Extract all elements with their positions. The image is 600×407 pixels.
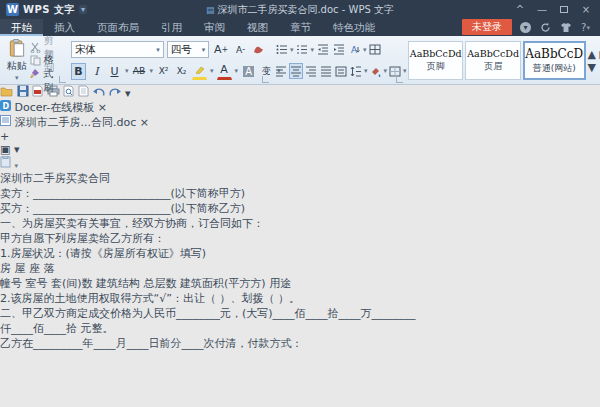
minimize-button[interactable]: — xyxy=(532,2,552,17)
format-painter-button[interactable]: 格式刷 xyxy=(29,67,63,80)
help-icon[interactable]: ?▾ xyxy=(579,21,592,34)
char-shading-button[interactable]: A xyxy=(241,63,256,80)
style-header[interactable]: AaBbCcDd 页眉 xyxy=(465,41,520,80)
numbered-list-icon[interactable] xyxy=(295,42,310,58)
chevron-down-icon[interactable]: ▾ xyxy=(364,67,368,75)
tab-current-document[interactable]: 深圳市二手房...合同.doc × xyxy=(0,115,600,130)
undo-icon[interactable] xyxy=(92,87,105,100)
doc-line: 房 屋 座 落 xyxy=(0,261,600,276)
style-normal-web[interactable]: AaBbCcD 普通(网站) xyxy=(523,41,586,80)
toolbar-options-icon[interactable]: ▾ xyxy=(125,87,131,100)
document-area: ▾ 深圳市二手房买卖合同 卖方：________________________… xyxy=(0,156,600,351)
decrease-indent-icon[interactable] xyxy=(315,42,330,58)
doc-line: 幢号 室号 套(间)数 建筑结构 总层数 建筑面积(平方方) 用途 xyxy=(0,276,600,291)
superscript-button[interactable]: X² xyxy=(156,63,171,80)
doc-line: 一、为房屋买卖有关事宜，经双方协商，订合同如下： xyxy=(0,216,600,231)
bold-button[interactable]: B xyxy=(71,63,86,80)
font-dialog-launcher[interactable] xyxy=(262,76,269,83)
doc-line: 2.该房屋的土地使用权取得方式“√”：出让（ ）、划拨（ ）。 xyxy=(0,291,600,306)
chevron-down-icon[interactable]: ▾ xyxy=(150,67,154,75)
tab-view[interactable]: 视图 xyxy=(236,19,279,36)
italic-button[interactable]: I xyxy=(89,63,104,80)
maximize-button[interactable] xyxy=(554,2,574,17)
text-tool-icon[interactable]: A xyxy=(347,42,362,58)
styles-scroll[interactable]: ▲ ▶ ▼ xyxy=(588,48,600,74)
justify-icon[interactable] xyxy=(319,63,333,79)
shrink-font-button[interactable]: A- xyxy=(233,41,248,58)
open-folder-icon[interactable] xyxy=(0,87,13,100)
shading-icon[interactable] xyxy=(369,63,383,79)
chevron-down-icon[interactable]: ▾ xyxy=(125,67,129,75)
collapse-ribbon-button[interactable]: ^ xyxy=(510,2,530,17)
chevron-down-icon[interactable]: ▾ xyxy=(384,67,388,75)
ribbon: 粘贴 ▾ 剪切 复制 格式刷 宋体▾ 四号▾ xyxy=(0,36,600,85)
table-grid-icon[interactable] xyxy=(368,42,383,58)
chevron-down-icon[interactable]: ▾ xyxy=(210,67,214,75)
underline-button[interactable]: U xyxy=(107,63,122,80)
chevron-down-icon[interactable]: ▾ xyxy=(290,46,294,54)
align-left-icon[interactable] xyxy=(274,63,288,79)
redo-icon[interactable] xyxy=(109,87,122,100)
style-footer[interactable]: AaBbCcDd 页脚 xyxy=(408,41,463,80)
tab-special-features[interactable]: 特色功能 xyxy=(322,19,386,36)
document-page[interactable]: ▾ 深圳市二手房买卖合同 卖方：________________________… xyxy=(0,156,600,351)
subscript-button[interactable]: X₂ xyxy=(174,63,189,80)
line-spacing-icon[interactable] xyxy=(349,63,363,79)
refresh-icon[interactable] xyxy=(539,21,552,34)
font-family-select[interactable]: 宋体▾ xyxy=(71,41,164,58)
doc-body: 卖方：_________________________(以下简称甲方)买方：_… xyxy=(0,186,600,351)
login-button[interactable]: 未登录 xyxy=(462,19,512,35)
maximize-icon xyxy=(560,6,568,13)
font-size-select[interactable]: 四号▾ xyxy=(167,41,210,58)
paste-options-icon[interactable]: ▾ xyxy=(0,158,18,171)
chevron-down-icon[interactable]: ▾ xyxy=(363,46,367,54)
increase-indent-icon[interactable] xyxy=(331,42,346,58)
tab-review[interactable]: 审阅 xyxy=(193,19,236,36)
font-color-button[interactable]: A xyxy=(217,63,232,80)
document-title: 深圳市二手房买卖合同 xyxy=(0,171,600,186)
toolbar-tab-row: ▾ D Docer-在线模板 × 深圳市二手房...合同.doc × + ▣ ▾ xyxy=(0,85,600,156)
distribute-icon[interactable] xyxy=(334,63,348,79)
grow-font-button[interactable]: A+ xyxy=(212,41,230,58)
strikethrough-button[interactable]: AB xyxy=(132,63,147,80)
tab-list-icon[interactable]: ▣ xyxy=(0,143,10,156)
page-setup-icon[interactable] xyxy=(78,87,89,100)
skin-icon[interactable] xyxy=(559,21,572,34)
doc-line: 1.房屋状况：(请按《房屋所有权证》填写) xyxy=(0,246,600,261)
chevron-down-icon: ▾ xyxy=(15,74,19,82)
chevron-down-icon[interactable]: ▼ xyxy=(588,61,596,74)
svg-text:A: A xyxy=(351,45,358,55)
doc-line: 甲方自愿下列房屋卖给乙方所有： xyxy=(0,231,600,246)
highlight-button[interactable] xyxy=(192,63,207,80)
chevron-down-icon[interactable]: ▾ xyxy=(79,5,87,14)
title-bar: W WPS 文字 ▾ ▤ 深圳市二手房买卖合同.doc - WPS 文字 ^ —… xyxy=(0,0,600,19)
tab-home[interactable]: 开始 xyxy=(0,19,43,36)
tab-docer-templates[interactable]: D Docer-在线模板 × xyxy=(0,100,600,115)
tab-section[interactable]: 章节 xyxy=(279,19,322,36)
tab-options-icon[interactable]: ▾ xyxy=(14,143,20,156)
align-right-icon[interactable] xyxy=(304,63,318,79)
chevron-up-icon[interactable]: ▲ xyxy=(588,48,596,61)
print-preview-icon[interactable] xyxy=(63,87,74,100)
clipboard-dialog-launcher[interactable] xyxy=(59,76,66,83)
close-icon[interactable]: × xyxy=(140,116,149,129)
close-button[interactable]: × xyxy=(576,2,596,17)
bullet-list-icon[interactable] xyxy=(274,42,289,58)
new-tab-button[interactable]: + xyxy=(0,130,600,143)
tab-page-layout[interactable]: 页面布局 xyxy=(86,19,150,36)
paragraph-dialog-launcher[interactable] xyxy=(396,76,403,83)
download-circle-icon[interactable]: ▾ xyxy=(519,21,532,34)
app-logo[interactable]: W WPS 文字 ▾ xyxy=(0,3,93,17)
close-icon[interactable]: × xyxy=(98,101,107,114)
page-content: 深圳市二手房买卖合同 卖方：_________________________(… xyxy=(0,171,600,351)
chevron-down-icon[interactable]: ▾ xyxy=(311,46,315,54)
export-pdf-icon[interactable] xyxy=(32,87,43,100)
clear-format-icon[interactable] xyxy=(251,41,266,58)
align-center-icon[interactable] xyxy=(289,63,303,79)
document-icon: ▤ xyxy=(206,5,217,15)
paste-button[interactable]: 粘贴 ▾ xyxy=(4,39,29,82)
tab-references[interactable]: 引用 xyxy=(150,19,193,36)
app-name: WPS 文字 xyxy=(23,3,75,17)
chevron-down-icon[interactable]: ▾ xyxy=(235,67,239,75)
save-icon[interactable] xyxy=(17,87,29,100)
